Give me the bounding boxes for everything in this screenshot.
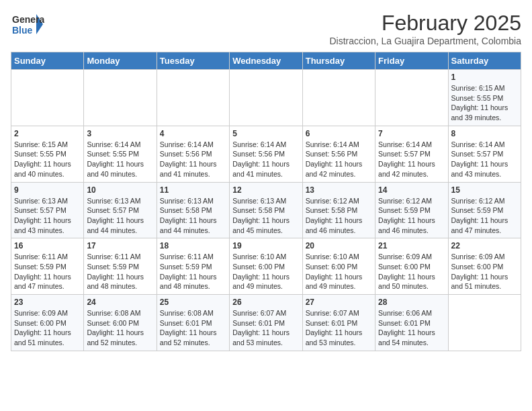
weekday-header-wednesday: Wednesday <box>230 52 302 70</box>
day-info: Sunrise: 6:08 AM Sunset: 6:00 PM Dayligh… <box>87 308 153 348</box>
calendar-cell: 26Sunrise: 6:07 AM Sunset: 6:01 PM Dayli… <box>230 295 302 351</box>
svg-text:General: General <box>12 14 44 25</box>
day-number: 3 <box>87 129 153 138</box>
calendar-cell: 13Sunrise: 6:12 AM Sunset: 5:58 PM Dayli… <box>302 182 375 238</box>
calendar-cell: 4Sunrise: 6:14 AM Sunset: 5:56 PM Daylig… <box>157 126 229 182</box>
calendar-week-row: 9Sunrise: 6:13 AM Sunset: 5:57 PM Daylig… <box>11 182 521 238</box>
logo: GeneralBlue <box>11 11 44 38</box>
page-header: GeneralBlue February 2025 Distraccion, L… <box>11 11 521 46</box>
calendar-cell: 19Sunrise: 6:10 AM Sunset: 6:00 PM Dayli… <box>230 238 302 295</box>
calendar-cell: 14Sunrise: 6:12 AM Sunset: 5:59 PM Dayli… <box>375 182 448 238</box>
day-number: 20 <box>306 241 372 250</box>
day-info: Sunrise: 6:06 AM Sunset: 6:01 PM Dayligh… <box>378 308 445 348</box>
calendar-cell: 16Sunrise: 6:11 AM Sunset: 5:59 PM Dayli… <box>11 238 84 295</box>
weekday-header-thursday: Thursday <box>302 52 375 70</box>
calendar-cell <box>11 70 84 126</box>
day-info: Sunrise: 6:09 AM Sunset: 6:00 PM Dayligh… <box>378 252 445 291</box>
day-info: Sunrise: 6:14 AM Sunset: 5:56 PM Dayligh… <box>160 140 226 179</box>
calendar-cell <box>230 70 302 126</box>
calendar-cell <box>375 70 448 126</box>
day-info: Sunrise: 6:11 AM Sunset: 5:59 PM Dayligh… <box>160 252 226 291</box>
svg-text:Blue: Blue <box>12 25 33 36</box>
day-number: 25 <box>160 298 226 307</box>
calendar-cell: 20Sunrise: 6:10 AM Sunset: 6:00 PM Dayli… <box>302 238 375 295</box>
calendar-cell <box>448 295 521 351</box>
calendar-cell: 21Sunrise: 6:09 AM Sunset: 6:00 PM Dayli… <box>375 238 448 295</box>
calendar-cell <box>84 70 157 126</box>
day-number: 14 <box>378 185 445 195</box>
day-number: 24 <box>87 298 153 307</box>
weekday-header-sunday: Sunday <box>11 52 84 70</box>
calendar-cell: 10Sunrise: 6:13 AM Sunset: 5:57 PM Dayli… <box>84 182 157 238</box>
day-number: 10 <box>87 185 153 195</box>
day-number: 28 <box>378 298 445 307</box>
weekday-header-friday: Friday <box>375 52 448 70</box>
weekday-header-monday: Monday <box>84 52 157 70</box>
day-number: 16 <box>14 241 81 250</box>
calendar-cell: 12Sunrise: 6:13 AM Sunset: 5:58 PM Dayli… <box>230 182 302 238</box>
day-info: Sunrise: 6:08 AM Sunset: 6:01 PM Dayligh… <box>160 308 226 348</box>
day-number: 1 <box>451 73 518 82</box>
weekday-header-saturday: Saturday <box>448 52 521 70</box>
day-info: Sunrise: 6:12 AM Sunset: 5:58 PM Dayligh… <box>306 196 372 236</box>
day-info: Sunrise: 6:14 AM Sunset: 5:57 PM Dayligh… <box>451 140 518 179</box>
day-info: Sunrise: 6:11 AM Sunset: 5:59 PM Dayligh… <box>14 252 81 291</box>
day-number: 27 <box>306 298 372 307</box>
day-info: Sunrise: 6:13 AM Sunset: 5:57 PM Dayligh… <box>14 196 81 236</box>
day-info: Sunrise: 6:15 AM Sunset: 5:55 PM Dayligh… <box>14 140 81 179</box>
day-number: 2 <box>14 129 81 138</box>
day-info: Sunrise: 6:07 AM Sunset: 6:01 PM Dayligh… <box>306 308 372 348</box>
calendar-cell: 24Sunrise: 6:08 AM Sunset: 6:00 PM Dayli… <box>84 295 157 351</box>
calendar-cell: 11Sunrise: 6:13 AM Sunset: 5:58 PM Dayli… <box>157 182 229 238</box>
day-info: Sunrise: 6:14 AM Sunset: 5:55 PM Dayligh… <box>87 140 153 179</box>
day-number: 5 <box>232 129 299 138</box>
day-info: Sunrise: 6:15 AM Sunset: 5:55 PM Dayligh… <box>451 83 518 123</box>
calendar-cell: 3Sunrise: 6:14 AM Sunset: 5:55 PM Daylig… <box>84 126 157 182</box>
day-number: 15 <box>451 185 518 195</box>
calendar-cell: 15Sunrise: 6:12 AM Sunset: 5:59 PM Dayli… <box>448 182 521 238</box>
day-info: Sunrise: 6:10 AM Sunset: 6:00 PM Dayligh… <box>306 252 372 291</box>
day-number: 22 <box>451 241 518 250</box>
calendar-table: SundayMondayTuesdayWednesdayThursdayFrid… <box>11 52 521 351</box>
calendar-cell: 5Sunrise: 6:14 AM Sunset: 5:56 PM Daylig… <box>230 126 302 182</box>
calendar-cell: 7Sunrise: 6:14 AM Sunset: 5:57 PM Daylig… <box>375 126 448 182</box>
calendar-cell: 18Sunrise: 6:11 AM Sunset: 5:59 PM Dayli… <box>157 238 229 295</box>
calendar-cell: 22Sunrise: 6:09 AM Sunset: 6:00 PM Dayli… <box>448 238 521 295</box>
day-number: 8 <box>451 129 518 138</box>
day-info: Sunrise: 6:13 AM Sunset: 5:58 PM Dayligh… <box>232 196 299 236</box>
calendar-cell: 25Sunrise: 6:08 AM Sunset: 6:01 PM Dayli… <box>157 295 229 351</box>
day-number: 12 <box>232 185 299 195</box>
day-info: Sunrise: 6:11 AM Sunset: 5:59 PM Dayligh… <box>87 252 153 291</box>
day-info: Sunrise: 6:14 AM Sunset: 5:57 PM Dayligh… <box>378 140 445 179</box>
weekday-header-tuesday: Tuesday <box>157 52 229 70</box>
day-info: Sunrise: 6:12 AM Sunset: 5:59 PM Dayligh… <box>451 196 518 236</box>
day-number: 19 <box>232 241 299 250</box>
day-number: 17 <box>87 241 153 250</box>
calendar-cell: 6Sunrise: 6:14 AM Sunset: 5:56 PM Daylig… <box>302 126 375 182</box>
day-number: 4 <box>160 129 226 138</box>
day-number: 6 <box>306 129 372 138</box>
day-number: 21 <box>378 241 445 250</box>
calendar-cell <box>157 70 229 126</box>
calendar-cell: 27Sunrise: 6:07 AM Sunset: 6:01 PM Dayli… <box>302 295 375 351</box>
calendar-cell <box>302 70 375 126</box>
logo-icon: GeneralBlue <box>11 11 44 38</box>
calendar-cell: 9Sunrise: 6:13 AM Sunset: 5:57 PM Daylig… <box>11 182 84 238</box>
day-number: 23 <box>14 298 81 307</box>
day-info: Sunrise: 6:07 AM Sunset: 6:01 PM Dayligh… <box>232 308 299 348</box>
day-number: 26 <box>232 298 299 307</box>
day-info: Sunrise: 6:09 AM Sunset: 6:00 PM Dayligh… <box>14 308 81 348</box>
day-info: Sunrise: 6:13 AM Sunset: 5:58 PM Dayligh… <box>160 196 226 236</box>
day-number: 13 <box>306 185 372 195</box>
location: Distraccion, La Guajira Department, Colo… <box>329 36 521 46</box>
day-info: Sunrise: 6:09 AM Sunset: 6:00 PM Dayligh… <box>451 252 518 291</box>
calendar-week-row: 16Sunrise: 6:11 AM Sunset: 5:59 PM Dayli… <box>11 238 521 295</box>
day-number: 18 <box>160 241 226 250</box>
month-year: February 2025 <box>329 11 521 36</box>
weekday-header-row: SundayMondayTuesdayWednesdayThursdayFrid… <box>11 52 521 70</box>
day-number: 9 <box>14 185 81 195</box>
calendar-cell: 8Sunrise: 6:14 AM Sunset: 5:57 PM Daylig… <box>448 126 521 182</box>
day-number: 7 <box>378 129 445 138</box>
calendar-cell: 17Sunrise: 6:11 AM Sunset: 5:59 PM Dayli… <box>84 238 157 295</box>
day-info: Sunrise: 6:10 AM Sunset: 6:00 PM Dayligh… <box>232 252 299 291</box>
